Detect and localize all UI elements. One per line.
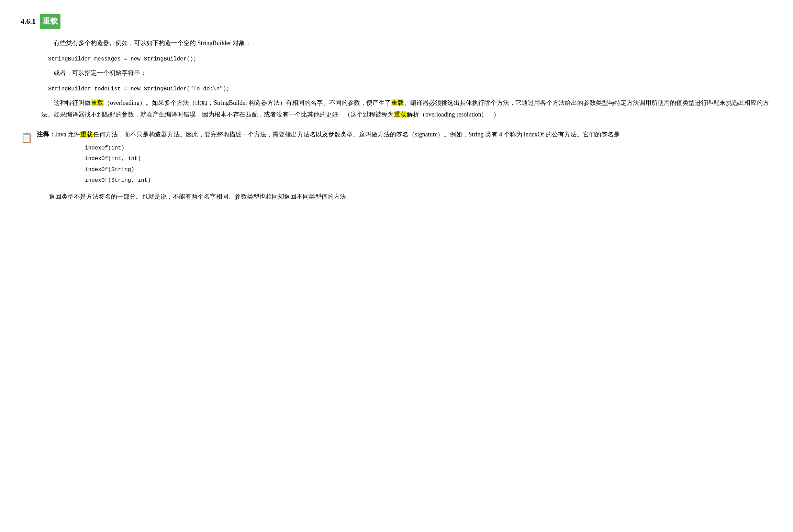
method-2: indexOf(int, int) xyxy=(85,154,772,164)
highlight-chongzai-2: 重载 xyxy=(391,99,404,106)
method-3: indexOf(String) xyxy=(85,165,772,175)
methods-block: indexOf(int) indexOf(int, int) indexOf(S… xyxy=(64,144,772,185)
code-line-1: StringBuilder messages = new StringBuild… xyxy=(48,54,772,64)
note-block: 📋 注释：Java 允许重载任何方法，而不只是构造器方法。因此，要完整地描述一个… xyxy=(21,129,772,206)
note-text-1: Java 允许 xyxy=(55,131,80,138)
intro-paragraph-2: 或者，可以指定一个初始字符串： xyxy=(41,67,772,79)
method-1: indexOf(int) xyxy=(85,144,772,153)
final-paragraph: 返回类型不是方法签名的一部分。也就是说，不能有两个名字相同、参数类型也相同却返回… xyxy=(37,191,772,202)
note-text-2: 任何方法，而不只是构造器方法。因此，要完整地描述一个方法，需要指出方法名以及参数… xyxy=(93,131,619,138)
main-text-2: （overloading）。如果多个方法（比如，StringBuilder 构造… xyxy=(104,99,391,106)
intro-paragraph-1: 有些类有多个构造器。例如，可以如下构造一个空的 StringBuilder 对象… xyxy=(41,37,772,49)
note-paragraph-1: 注释：Java 允许重载任何方法，而不只是构造器方法。因此，要完整地描述一个方法… xyxy=(37,129,772,140)
note-icon: 📋 xyxy=(21,129,33,146)
main-text-1: 这种特征叫做 xyxy=(54,99,91,106)
method-4: indexOf(String, int) xyxy=(85,176,772,185)
note-content: 注释：Java 允许重载任何方法，而不只是构造器方法。因此，要完整地描述一个方法… xyxy=(37,129,772,206)
main-paragraph: 这种特征叫做重载（overloading）。如果多个方法（比如，StringBu… xyxy=(41,97,772,120)
section-heading: 重载 xyxy=(40,14,60,29)
content-block: 有些类有多个构造器。例如，可以如下构造一个空的 StringBuilder 对象… xyxy=(41,37,772,120)
code-line-2: StringBuilder todoList = new StringBuild… xyxy=(48,84,772,94)
section-number: 4.6.1 xyxy=(21,14,36,28)
highlight-chongzai-3: 重载 xyxy=(394,111,407,118)
note-label: 注释： xyxy=(37,131,55,138)
main-text-4: 解析（overloading resolution）。） xyxy=(407,111,500,118)
highlight-chongzai-1: 重载 xyxy=(91,99,104,106)
section-title: 4.6.1 重载 xyxy=(21,14,772,29)
highlight-chongzai-4: 重载 xyxy=(80,131,93,138)
